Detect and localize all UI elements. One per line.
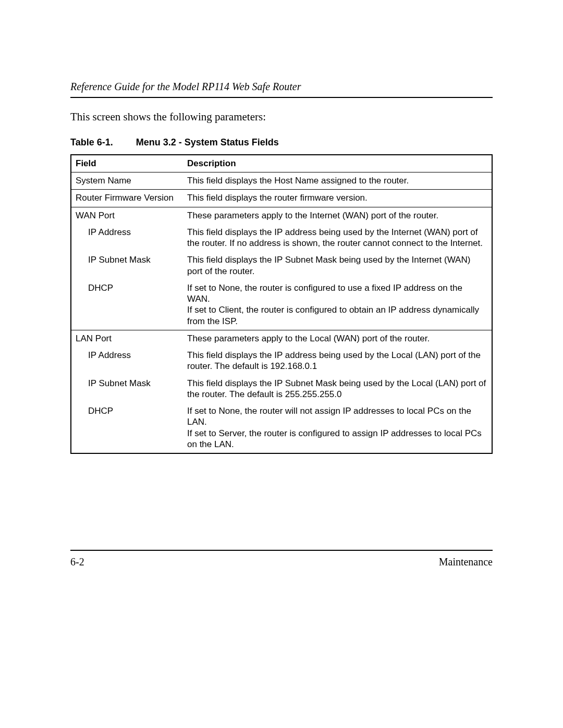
table-header-row: Field Description	[71, 155, 492, 172]
field-name: IP Address	[71, 347, 183, 375]
table-row: DHCPIf set to None, the router will not …	[71, 403, 492, 453]
table-caption: Table 6-1.Menu 3.2 - System Status Field…	[70, 137, 493, 148]
table-row: IP AddressThis field displays the IP add…	[71, 224, 492, 252]
header-rule	[70, 97, 493, 98]
page-header-title: Reference Guide for the Model RP114 Web …	[70, 81, 493, 93]
field-description: This field displays the IP Subnet Mask b…	[183, 252, 492, 280]
table-row: LAN PortThese parameters apply to the Lo…	[71, 330, 492, 347]
field-description: This field displays the IP address being…	[183, 224, 492, 252]
table-row: IP Subnet MaskThis field displays the IP…	[71, 375, 492, 403]
page-footer: 6-2 Maintenance	[70, 550, 493, 568]
table-row: Router Firmware VersionThis field displa…	[71, 190, 492, 207]
field-name: System Name	[71, 172, 183, 190]
footer-rule	[70, 550, 493, 551]
field-name: DHCP	[71, 280, 183, 330]
field-description: This field displays the IP Subnet Mask b…	[183, 375, 492, 403]
table-caption-title: Menu 3.2 - System Status Fields	[136, 137, 279, 147]
field-name: IP Address	[71, 224, 183, 252]
table-row: IP Subnet MaskThis field displays the IP…	[71, 252, 492, 280]
document-page: Reference Guide for the Model RP114 Web …	[0, 0, 563, 728]
table-caption-label: Table 6-1.	[70, 137, 113, 147]
field-description: These parameters apply to the Internet (…	[183, 207, 492, 224]
field-description: If set to None, the router will not assi…	[183, 403, 492, 453]
col-header-field: Field	[71, 155, 183, 172]
field-name: IP Subnet Mask	[71, 252, 183, 280]
field-description: These parameters apply to the Local (WAN…	[183, 330, 492, 347]
field-description: This field displays the Host Name assign…	[183, 172, 492, 190]
table-row: IP AddressThis field displays the IP add…	[71, 347, 492, 375]
field-description: This field displays the router firmware …	[183, 190, 492, 207]
field-name: WAN Port	[71, 207, 183, 224]
field-description: If set to None, the router is configured…	[183, 280, 492, 330]
table-row: System NameThis field displays the Host …	[71, 172, 492, 190]
field-name: Router Firmware Version	[71, 190, 183, 207]
col-header-description: Description	[183, 155, 492, 172]
page-number: 6-2	[70, 556, 84, 568]
field-description: This field displays the IP address being…	[183, 347, 492, 375]
table-row: WAN PortThese parameters apply to the In…	[71, 207, 492, 224]
fields-table: Field Description System NameThis field …	[70, 154, 493, 454]
table-row: DHCPIf set to None, the router is config…	[71, 280, 492, 330]
intro-text: This screen shows the following paramete…	[70, 110, 493, 124]
field-name: IP Subnet Mask	[71, 375, 183, 403]
field-name: DHCP	[71, 403, 183, 453]
field-name: LAN Port	[71, 330, 183, 347]
section-name: Maintenance	[439, 556, 493, 568]
